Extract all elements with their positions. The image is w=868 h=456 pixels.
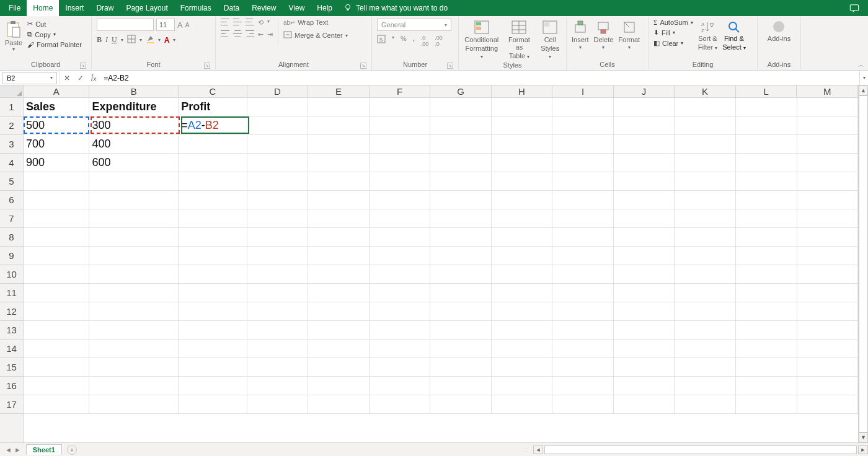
cell-I10[interactable]	[552, 265, 614, 283]
decrease-decimal-button[interactable]: .00.0	[435, 35, 443, 47]
cell-F10[interactable]	[370, 265, 431, 283]
cell-J6[interactable]	[614, 191, 675, 209]
cell-M11[interactable]	[797, 284, 859, 302]
tab-draw[interactable]: Draw	[90, 0, 120, 16]
cell-E8[interactable]	[308, 228, 370, 246]
cell-E3[interactable]	[308, 135, 370, 153]
decrease-font-icon[interactable]: A	[185, 22, 190, 28]
cell-F1[interactable]	[370, 98, 431, 116]
cell-M5[interactable]	[797, 172, 859, 190]
cell-I13[interactable]	[552, 321, 614, 339]
cell-J1[interactable]	[614, 98, 675, 116]
borders-button[interactable]	[127, 35, 136, 45]
cell-K15[interactable]	[675, 358, 736, 376]
cell-A12[interactable]	[24, 302, 89, 320]
cell-G15[interactable]	[430, 358, 492, 376]
align-right-icon[interactable]	[246, 30, 254, 37]
cell-G16[interactable]	[430, 377, 492, 395]
cell-A9[interactable]	[24, 247, 89, 265]
cell-K2[interactable]	[675, 116, 736, 134]
cell-F11[interactable]	[370, 284, 431, 302]
cell-B9[interactable]	[89, 247, 179, 265]
row-header-12[interactable]: 12	[0, 302, 23, 321]
cell-A16[interactable]	[24, 377, 89, 395]
cell-H15[interactable]	[492, 358, 553, 376]
copy-button[interactable]: ⧉Copy▾	[27, 30, 82, 38]
cell-E12[interactable]	[308, 302, 370, 320]
autosum-button[interactable]: ΣAutoSum▾	[653, 19, 693, 26]
cell-B15[interactable]	[89, 358, 179, 376]
cell-B7[interactable]	[89, 209, 179, 227]
row-header-11[interactable]: 11	[0, 284, 23, 302]
cell-B1[interactable]: Expenditure	[89, 98, 179, 116]
cell-J12[interactable]	[614, 302, 675, 320]
sheet-prev-icon[interactable]: ◄	[5, 446, 12, 454]
cell-D9[interactable]	[247, 247, 309, 265]
cell-I3[interactable]	[552, 135, 614, 153]
cell-D4[interactable]	[247, 154, 309, 172]
cell-G13[interactable]	[430, 321, 492, 339]
cell-J8[interactable]	[614, 228, 675, 246]
row-header-7[interactable]: 7	[0, 209, 23, 228]
cell-L14[interactable]	[736, 340, 797, 357]
collapse-ribbon-icon[interactable]: ︿	[858, 61, 864, 69]
sort-filter-button[interactable]: AZ Sort & Filter ▾	[698, 19, 718, 51]
cell-B10[interactable]	[89, 265, 179, 283]
cell-C15[interactable]	[179, 358, 247, 376]
cell-B6[interactable]	[89, 191, 179, 209]
cell-C8[interactable]	[179, 228, 247, 246]
cut-button[interactable]: ✂Cut	[27, 20, 82, 28]
align-center-icon[interactable]	[233, 30, 242, 37]
cell-A11[interactable]	[24, 284, 89, 302]
cell-J10[interactable]	[614, 265, 675, 283]
cell-K4[interactable]	[675, 154, 736, 172]
font-color-button[interactable]: A	[164, 36, 170, 45]
cell-I6[interactable]	[552, 191, 614, 209]
cell-J7[interactable]	[614, 209, 675, 227]
cell-I14[interactable]	[552, 340, 614, 357]
cell-K6[interactable]	[675, 191, 736, 209]
align-left-icon[interactable]	[221, 30, 229, 37]
cell-M8[interactable]	[797, 228, 859, 246]
formula-input[interactable]: =A2-B2	[100, 74, 859, 82]
tab-formulas[interactable]: Formulas	[174, 0, 218, 16]
enter-formula-button[interactable]: ✓	[74, 74, 87, 82]
increase-indent-icon[interactable]: ⇥	[267, 30, 273, 38]
cell-C16[interactable]	[179, 377, 247, 395]
cell-I16[interactable]	[552, 377, 614, 395]
cell-F2[interactable]	[370, 116, 431, 134]
cell-K16[interactable]	[675, 377, 736, 395]
cell-B11[interactable]	[89, 284, 179, 302]
col-header-E[interactable]: E	[308, 86, 370, 97]
cell-L15[interactable]	[736, 358, 797, 376]
format-as-table-button[interactable]: Format as Table ▾	[505, 19, 534, 59]
cell-K12[interactable]	[675, 302, 736, 320]
sheet-tab[interactable]: Sheet1	[26, 444, 62, 455]
cell-D13[interactable]	[247, 321, 309, 339]
cell-I9[interactable]	[552, 247, 614, 265]
cell-A6[interactable]	[24, 191, 89, 209]
cell-G8[interactable]	[430, 228, 492, 246]
col-header-G[interactable]: G	[430, 86, 492, 97]
cell-B17[interactable]	[89, 395, 179, 413]
cell-F13[interactable]	[370, 321, 431, 339]
cell-L16[interactable]	[736, 377, 797, 395]
font-name-select[interactable]	[97, 19, 154, 31]
cell-M14[interactable]	[797, 340, 859, 357]
cell-D8[interactable]	[247, 228, 309, 246]
row-header-17[interactable]: 17	[0, 395, 23, 414]
cell-L3[interactable]	[736, 135, 797, 153]
cell-F9[interactable]	[370, 247, 431, 265]
cell-I5[interactable]	[552, 172, 614, 190]
cell-I12[interactable]	[552, 302, 614, 320]
col-header-F[interactable]: F	[370, 86, 431, 97]
cell-G6[interactable]	[430, 191, 492, 209]
scroll-left-icon[interactable]: ◄	[533, 445, 543, 454]
delete-cells-button[interactable]: Delete▾	[594, 19, 614, 50]
cell-G1[interactable]	[430, 98, 492, 116]
cell-D12[interactable]	[247, 302, 309, 320]
align-middle-icon[interactable]	[233, 19, 242, 25]
col-header-D[interactable]: D	[247, 86, 309, 97]
select-all-corner[interactable]	[0, 86, 23, 98]
tab-split-handle[interactable]: ⋮	[523, 445, 533, 454]
